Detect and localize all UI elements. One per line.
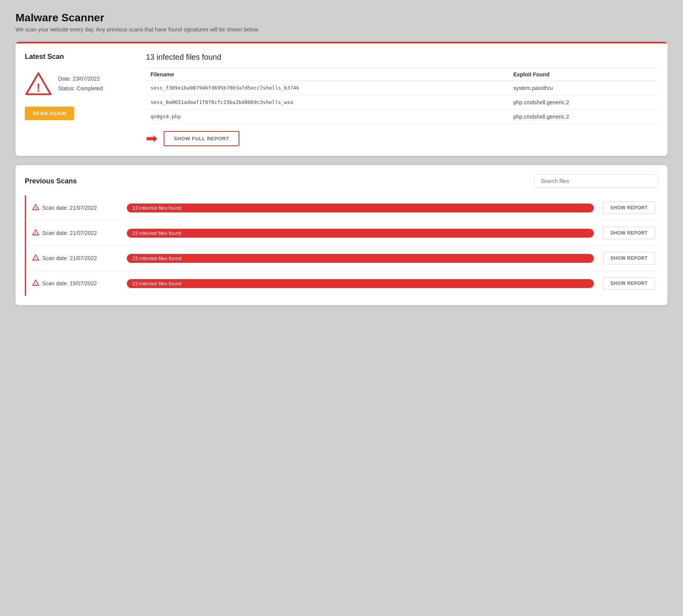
infected-heading: 13 infected files found [146, 53, 658, 62]
show-full-report-row: ➡ SHOW FULL REPORT [146, 130, 658, 147]
warning-icon: ! [32, 254, 39, 262]
warning-icon: ! [32, 229, 39, 237]
exploit-cell: php.cmdshell.generic.2 [508, 95, 658, 110]
svg-text:!: ! [35, 282, 36, 286]
latest-scan-title: Latest Scan [25, 53, 133, 61]
scan-row-date: ! Scan date: 21/07/2022 [32, 254, 118, 262]
scan-date-label: Scan date: 19/07/2022 [42, 280, 97, 286]
show-report-button[interactable]: SHOW REPORT [603, 277, 655, 290]
previous-scans-header: Previous Scans [25, 174, 658, 188]
scan-row: ! Scan date: 19/07/2022 23 infected file… [25, 271, 658, 296]
latest-scan-card: Latest Scan ! Date: 23/07/2022 Status: C… [16, 42, 667, 156]
show-report-button[interactable]: SHOW REPORT [603, 202, 655, 214]
show-full-report-button[interactable]: SHOW FULL REPORT [164, 131, 239, 146]
scan-row: ! Scan date: 21/07/2022 23 infected file… [25, 221, 658, 246]
scan-left-panel: Latest Scan ! Date: 23/07/2022 Status: C… [25, 53, 133, 147]
scan-right-panel: 13 infected files found Filename Exploit… [146, 53, 658, 147]
search-input[interactable] [534, 174, 658, 188]
scan-date-label: Scan date: 21/07/2022 [42, 205, 97, 211]
warning-icon: ! [32, 204, 39, 212]
svg-text:!: ! [35, 206, 36, 210]
scan-row-date: ! Scan date: 19/07/2022 [32, 280, 118, 287]
file-name-cell: qn0gs9.php [146, 110, 508, 124]
infected-badge: 23 infected files found [127, 229, 594, 238]
infected-badge: 13 infected files found [127, 204, 594, 212]
show-report-button[interactable]: SHOW REPORT [603, 227, 655, 239]
col-filename: Filename [146, 68, 508, 81]
page-title: Malware Scanner [16, 12, 667, 24]
infected-badge: 23 infected files found [127, 254, 594, 263]
table-row: sess_f389e1ba98794bfd695b7003a7d5ecc7she… [146, 81, 658, 95]
exploit-cell: php.cmdshell.generic.2 [508, 110, 658, 124]
scan-date-label: Scan date: 21/07/2022 [42, 230, 97, 236]
previous-scans-card: Previous Scans ! Scan date: 21/07/2022 1… [16, 165, 667, 305]
col-exploit: Exploit Found [508, 68, 658, 81]
svg-text:!: ! [35, 257, 36, 261]
show-report-button[interactable]: SHOW REPORT [603, 252, 655, 264]
infected-badge: 23 infected files found [127, 279, 594, 288]
scan-row-date: ! Scan date: 21/07/2022 [32, 204, 118, 212]
scan-info-row: ! Date: 23/07/2022 Status: Completed [25, 70, 133, 97]
warning-icon: ! [32, 280, 39, 287]
scan-again-button[interactable]: SCAN AGAIN [25, 107, 74, 120]
scan-details: Date: 23/07/2022 Status: Completed [58, 74, 103, 93]
svg-text:!: ! [35, 231, 36, 235]
previous-scans-title: Previous Scans [25, 177, 77, 185]
scan-date: Date: 23/07/2022 [58, 74, 103, 84]
page-subtitle: We scan your website every day. Any prev… [16, 26, 667, 33]
table-row: sess_0a0651adaaf1f8f0cfc15ba2bd8069c3she… [146, 95, 658, 110]
warning-triangle-icon: ! [25, 70, 52, 97]
scan-row: ! Scan date: 21/07/2022 23 infected file… [25, 246, 658, 271]
scan-rows-container: ! Scan date: 21/07/2022 13 infected file… [25, 195, 658, 296]
scan-row: ! Scan date: 21/07/2022 13 infected file… [25, 195, 658, 221]
scan-status: Status: Completed [58, 84, 103, 93]
infected-files-table: Filename Exploit Found sess_f389e1ba9879… [146, 68, 658, 124]
scan-row-date: ! Scan date: 21/07/2022 [32, 229, 118, 237]
file-name-cell: sess_0a0651adaaf1f8f0cfc15ba2bd8069c3she… [146, 95, 508, 110]
svg-text:!: ! [36, 81, 40, 94]
table-row: qn0gs9.php php.cmdshell.generic.2 [146, 110, 658, 124]
scan-date-label: Scan date: 21/07/2022 [42, 255, 97, 261]
exploit-cell: system.passthru [508, 81, 658, 95]
arrow-right-icon: ➡ [146, 130, 157, 147]
file-name-cell: sess_f389e1ba98794bfd695b7003a7d5ecc7she… [146, 81, 508, 95]
